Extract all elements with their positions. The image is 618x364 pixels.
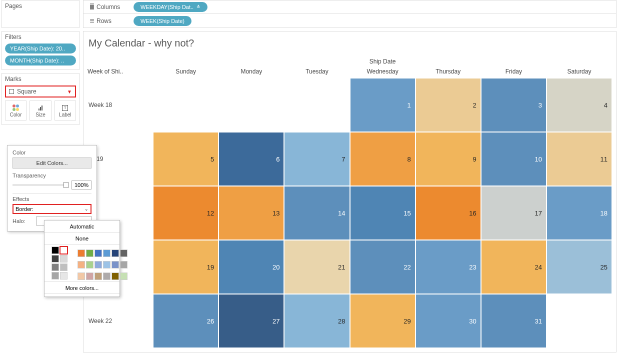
calendar-cell[interactable]: 31: [481, 294, 546, 348]
calendar-cell[interactable]: 23: [416, 240, 481, 294]
calendar-cell[interactable]: 21: [284, 240, 350, 294]
columns-pill[interactable]: WEEKDAY(Ship Dat.. ≛: [134, 2, 208, 12]
border-selector[interactable]: Border: ⌄: [12, 204, 92, 214]
color-swatch[interactable]: [120, 250, 128, 257]
marks-title: Marks: [5, 76, 76, 82]
day-number: 27: [272, 318, 280, 325]
day-number: 5: [210, 156, 214, 163]
calendar-cell[interactable]: 24: [481, 240, 546, 294]
color-swatch[interactable]: [52, 246, 59, 254]
color-swatch[interactable]: [86, 261, 94, 268]
day-header: Monday: [218, 68, 284, 78]
calendar-cell[interactable]: 9: [416, 132, 481, 186]
swatch-row-3: [74, 270, 132, 281]
calendar-cell[interactable]: 26: [153, 294, 218, 348]
color-swatch[interactable]: [103, 261, 110, 268]
marks-label-label: Label: [59, 112, 71, 118]
transparency-section-label: Transparency: [12, 172, 92, 178]
color-swatch[interactable]: [94, 250, 102, 257]
color-swatch[interactable]: [60, 264, 68, 271]
color-swatch[interactable]: [60, 255, 68, 262]
color-swatch[interactable]: [78, 261, 85, 268]
color-swatch[interactable]: [103, 272, 110, 280]
color-swatch[interactable]: [78, 272, 85, 280]
color-swatch[interactable]: [120, 261, 128, 268]
calendar-cell[interactable]: 19: [153, 240, 218, 294]
color-icon: [12, 104, 19, 112]
calendar-cell[interactable]: 14: [284, 186, 350, 240]
day-number: 16: [469, 210, 476, 217]
filter-pill-year[interactable]: YEAR(Ship Date): 20..: [5, 44, 76, 54]
day-number: 23: [469, 264, 476, 271]
color-swatch[interactable]: [52, 264, 59, 271]
marks-color-label: Color: [10, 112, 22, 118]
calendar-cell[interactable]: 20: [218, 240, 284, 294]
transparency-slider[interactable]: [12, 182, 68, 188]
marks-size-button[interactable]: Size: [30, 100, 51, 120]
calendar-cell[interactable]: 16: [416, 186, 481, 240]
color-swatch[interactable]: [52, 272, 59, 280]
color-swatch[interactable]: [52, 255, 59, 262]
border-automatic-button[interactable]: Automatic: [44, 220, 120, 232]
rows-shelf[interactable]: ≡ Rows WEEK(Ship Date): [83, 14, 616, 28]
color-swatch[interactable]: [94, 261, 102, 268]
filter-pill-month[interactable]: MONTH(Ship Date): ..: [5, 56, 76, 66]
more-colors-button[interactable]: More colors...: [44, 282, 120, 294]
marks-color-button[interactable]: Color: [5, 100, 26, 120]
halo-label: Halo:: [12, 218, 34, 224]
calendar-cell[interactable]: 12: [153, 186, 218, 240]
calendar-cell[interactable]: 22: [350, 240, 416, 294]
color-swatch[interactable]: [112, 272, 119, 280]
day-number: 8: [407, 156, 410, 163]
color-swatch[interactable]: [103, 250, 110, 257]
calendar-cell[interactable]: 11: [546, 132, 612, 186]
calendar-cell[interactable]: 30: [416, 294, 481, 348]
swatch-row-1: [74, 246, 132, 258]
calendar-cell[interactable]: 15: [350, 186, 416, 240]
calendar-cell[interactable]: 3: [481, 78, 546, 132]
day-number: 1: [407, 102, 410, 109]
calendar-cell[interactable]: 18: [546, 186, 612, 240]
day-number: 19: [207, 264, 214, 271]
calendar-cell[interactable]: 1: [350, 78, 416, 132]
color-swatch[interactable]: [120, 272, 128, 280]
columns-shelf[interactable]: iii Columns WEEKDAY(Ship Dat.. ≛: [83, 0, 616, 14]
label-icon: T: [62, 104, 68, 112]
calendar-cell[interactable]: 8: [350, 132, 416, 186]
rows-pill[interactable]: WEEK(Ship Date): [134, 16, 192, 26]
calendar-cell[interactable]: 7: [284, 132, 350, 186]
calendar-cell[interactable]: 13: [218, 186, 284, 240]
marks-label-button[interactable]: T Label: [54, 100, 76, 120]
color-swatch[interactable]: [112, 261, 119, 268]
color-swatch[interactable]: [94, 272, 102, 280]
day-number: 26: [207, 318, 214, 325]
color-swatch[interactable]: [86, 272, 94, 280]
transparency-value[interactable]: 100%: [72, 180, 92, 190]
color-swatch[interactable]: [86, 250, 94, 257]
swatch-row-2: [74, 258, 132, 270]
color-swatch[interactable]: [60, 246, 68, 254]
color-swatch[interactable]: [78, 250, 85, 257]
calendar-cell[interactable]: 4: [546, 78, 612, 132]
calendar-cell[interactable]: 2: [416, 78, 481, 132]
calendar-cell[interactable]: 27: [218, 294, 284, 348]
color-swatch[interactable]: [60, 272, 68, 280]
border-none-button[interactable]: None: [44, 232, 120, 244]
edit-colors-button[interactable]: Edit Colors...: [12, 158, 92, 168]
calendar-cell[interactable]: 5: [153, 132, 218, 186]
calendar-cell[interactable]: 10: [481, 132, 546, 186]
day-number: 3: [538, 102, 542, 109]
calendar-cell[interactable]: 25: [546, 240, 612, 294]
week-label: Week 18: [88, 78, 153, 132]
calendar-cell[interactable]: 17: [481, 186, 546, 240]
calendar-cell[interactable]: 28: [284, 294, 350, 348]
mark-type-selector[interactable]: Square ▼: [5, 86, 76, 98]
color-swatch[interactable]: [112, 250, 119, 257]
day-number: 15: [404, 210, 410, 217]
border-color-popup: Automatic None More colors...: [44, 220, 120, 297]
columns-icon: iii: [86, 2, 96, 12]
calendar-cell: [284, 78, 350, 132]
calendar-cell[interactable]: 6: [218, 132, 284, 186]
viz-title[interactable]: My Calendar - why not?: [88, 38, 612, 49]
calendar-cell[interactable]: 29: [350, 294, 416, 348]
